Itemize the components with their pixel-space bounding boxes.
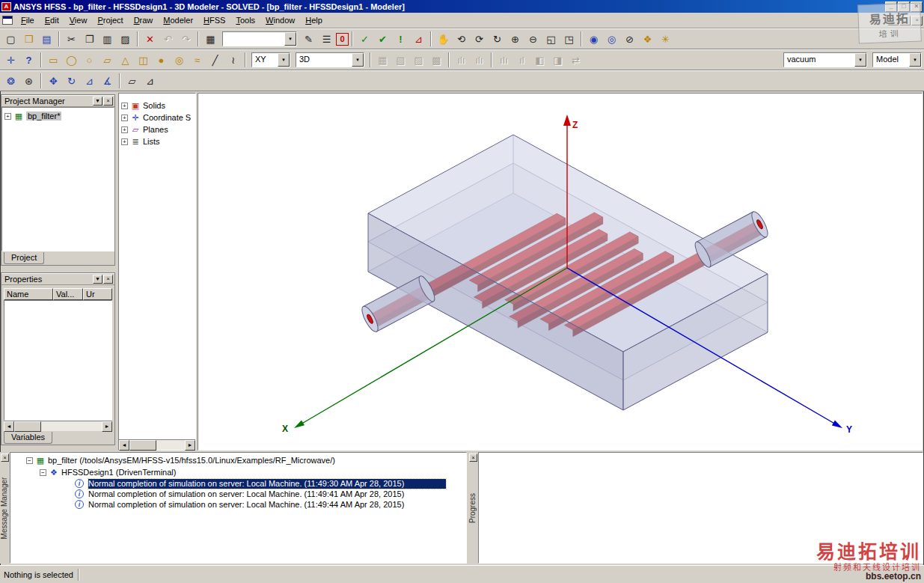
dock-arrow-icon[interactable]: ▼	[93, 97, 103, 106]
expander-icon[interactable]: +	[4, 113, 11, 120]
tree-node-planes[interactable]: + ▱ Planes	[119, 123, 195, 135]
results-plot-icon[interactable]: ⊿	[410, 31, 427, 47]
paste-icon[interactable]: ▥	[99, 31, 116, 47]
draw-spline-icon[interactable]: ≀	[224, 52, 242, 68]
rotate-current-axis-icon[interactable]: ↻	[489, 31, 506, 47]
distribute-icon[interactable]: ıIı	[495, 52, 513, 68]
align-mid-icon[interactable]: ılı	[471, 52, 488, 68]
show-hide-plane-icon[interactable]: ⊘	[621, 31, 638, 47]
message-design-label[interactable]: HFSSDesign1 (DrivenTerminal)	[61, 468, 176, 477]
message-text[interactable]: Normal completion of simulation on serve…	[88, 489, 446, 499]
edit-properties-icon[interactable]: ✎	[300, 31, 317, 47]
lighting-icon[interactable]: ✳	[657, 31, 674, 47]
validate-icon[interactable]: ✔	[374, 31, 391, 47]
coordinate-system-icon[interactable]: ✛	[2, 52, 19, 68]
lists-label[interactable]: Lists	[143, 137, 160, 146]
project-node-label[interactable]: bp_filter*	[26, 112, 61, 120]
boolean-subtract-icon[interactable]: ▧	[392, 52, 409, 68]
properties-hscrollbar[interactable]: ◄ ►	[4, 421, 112, 431]
draw-helix-icon[interactable]: ≈	[189, 52, 206, 68]
tree-node-lists[interactable]: + ≣ Lists	[119, 135, 195, 147]
boolean-split-icon[interactable]: ▩	[428, 52, 445, 68]
close-icon[interactable]: ×	[103, 97, 113, 106]
menu-draw[interactable]: Draw	[129, 14, 159, 26]
mdi-child-icon[interactable]	[2, 16, 13, 25]
menu-view[interactable]: View	[64, 14, 93, 26]
message-root-label[interactable]: bp_filter (/tools/AnsysEM/HFSS-v15/hfss1…	[48, 456, 335, 465]
boolean-intersect-icon[interactable]: ▨	[410, 52, 427, 68]
fit-all-icon[interactable]: ◳	[560, 31, 578, 47]
menu-window[interactable]: Window	[260, 14, 300, 26]
maximize-button[interactable]: □	[898, 1, 910, 12]
array-duplicate-icon[interactable]: ◨	[549, 52, 566, 68]
face-cs-icon[interactable]: ⊿	[81, 73, 98, 89]
minimize-button[interactable]: _	[885, 1, 897, 12]
list-view-icon[interactable]: ☰	[318, 31, 335, 47]
rotate-model-center-icon[interactable]: ⟲	[453, 31, 470, 47]
scroll-track[interactable]	[14, 421, 102, 432]
tree-node-coordinate-systems[interactable]: + ✛ Coordinate S	[119, 112, 195, 123]
mirror-duplicate-icon[interactable]: ◧	[531, 52, 548, 68]
expander-icon[interactable]: +	[121, 103, 128, 109]
solve-inside-icon[interactable]: 0	[336, 33, 349, 46]
draw-polyline-icon[interactable]: ╱	[206, 52, 224, 68]
rotate-screen-center-icon[interactable]: ⟳	[471, 31, 488, 47]
expander-icon[interactable]: +	[121, 126, 128, 133]
draw-regular-polygon-icon[interactable]: ▱	[99, 52, 116, 68]
mdi-restore-button[interactable]: □	[899, 16, 911, 25]
column-name[interactable]: Name	[4, 288, 53, 300]
message-root-node[interactable]: − ▦ bp_filter (/tools/AnsysEM/HFSS-v15/h…	[10, 454, 466, 466]
menu-hfss[interactable]: HFSS	[198, 14, 230, 26]
swap-icon[interactable]: ⇄	[567, 52, 584, 68]
close-button[interactable]: ×	[911, 1, 923, 12]
scroll-track[interactable]	[129, 440, 185, 451]
close-icon[interactable]: ×	[1, 454, 9, 462]
align-min-icon[interactable]: ılı	[453, 52, 470, 68]
expander-icon[interactable]: −	[26, 457, 33, 464]
copy-icon[interactable]: ❐	[81, 31, 98, 47]
tree-node-solids[interactable]: + ▣ Solids	[119, 100, 195, 112]
context-help-icon[interactable]: ?	[20, 52, 37, 68]
view-orientation-icon[interactable]: ◉	[585, 31, 602, 47]
column-unit[interactable]: Ur	[83, 288, 112, 300]
tab-project[interactable]: Project	[4, 252, 44, 264]
rotate-cs-icon[interactable]: ↻	[63, 73, 80, 89]
measure-length-icon[interactable]: ⊿	[141, 73, 159, 89]
model-combo[interactable]: Model ▼	[872, 52, 922, 67]
measure-position-icon[interactable]: ▱	[123, 73, 141, 89]
scroll-right-icon[interactable]: ►	[102, 421, 112, 432]
column-value[interactable]: Val...	[53, 288, 83, 300]
message-text[interactable]: Normal completion of simulation on serve…	[88, 500, 446, 510]
material-combo[interactable]: vacuum ▼	[783, 52, 867, 67]
draw-rectangle-icon[interactable]: ▭	[45, 52, 62, 68]
chevron-down-icon[interactable]: ▼	[278, 53, 290, 67]
chevron-down-icon[interactable]: ▼	[854, 53, 866, 67]
menu-modeler[interactable]: Modeler	[158, 14, 198, 26]
menu-help[interactable]: Help	[300, 14, 328, 26]
boolean-unite-icon[interactable]: ▦	[374, 52, 391, 68]
draw-circle-icon[interactable]: ○	[81, 52, 98, 68]
expander-icon[interactable]: +	[121, 138, 128, 145]
airbox[interactable]	[368, 135, 768, 410]
menu-project[interactable]: Project	[92, 14, 128, 26]
scroll-left-icon[interactable]: ◄	[119, 440, 129, 451]
material-sphere-icon[interactable]: ❂	[2, 73, 19, 89]
message-item[interactable]: i Normal completion of simulation on ser…	[10, 489, 466, 499]
tree-node-project[interactable]: + ▦ bp_filter*	[2, 110, 114, 122]
zoom-window-icon[interactable]: ◱	[542, 31, 560, 47]
expander-icon[interactable]: −	[40, 469, 46, 476]
move-origin-icon[interactable]: ✥	[45, 73, 62, 89]
menu-tools[interactable]: Tools	[230, 14, 260, 26]
draw-cylinder-icon[interactable]: ◫	[135, 52, 152, 68]
analyze-all-icon[interactable]: !	[392, 31, 409, 47]
hide-selection-icon[interactable]: ◎	[603, 31, 620, 47]
message-item[interactable]: i Normal completion of simulation on ser…	[10, 500, 466, 510]
redo-icon[interactable]: ↷	[177, 31, 195, 47]
mdi-minimize-button[interactable]: _	[887, 16, 899, 25]
new-document-icon[interactable]: ▢	[2, 31, 19, 47]
project-manager-titlebar[interactable]: Project Manager ▼ ×	[1, 95, 114, 107]
measure-angle-icon[interactable]: ∡	[99, 73, 116, 89]
render-options-icon[interactable]: ❖	[639, 31, 656, 47]
chevron-down-icon[interactable]: ▼	[284, 32, 296, 46]
close-icon[interactable]: ×	[469, 454, 477, 462]
